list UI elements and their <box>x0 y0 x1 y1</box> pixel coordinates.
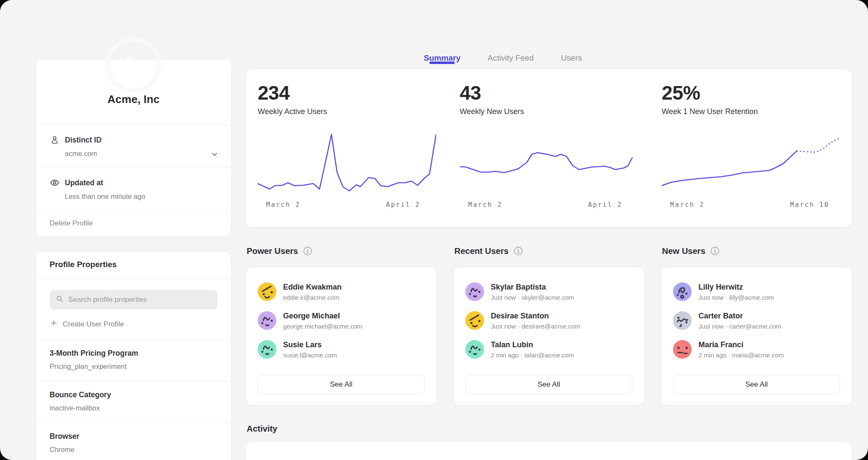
tabs: SummaryActivity FeedUsers <box>246 37 852 69</box>
sparkline-chart <box>460 131 638 194</box>
identity-label: Updated at <box>65 178 145 187</box>
user-row-eddie-kwakman[interactable]: Eddie Kwakmaneddie.k@acme.com <box>258 281 425 303</box>
company-avatar: Ac <box>106 37 161 92</box>
stat-value: 234 <box>258 83 436 103</box>
user-row-desirae-stanton[interactable]: Desirae StantonJust now · desirare@acme.… <box>465 309 632 332</box>
chevron-down-icon[interactable] <box>210 150 219 159</box>
info-icon[interactable] <box>303 246 312 256</box>
stat-value: 43 <box>460 83 638 103</box>
user-avatar <box>465 311 484 330</box>
spark-chart-area: March 2March 10 <box>662 131 840 210</box>
user-avatar <box>465 340 484 359</box>
see-all-button[interactable]: See All <box>258 375 425 394</box>
user-name: Skylar Baptista <box>491 283 574 292</box>
user-name: Carter Bator <box>698 312 781 321</box>
user-avatar <box>465 282 484 301</box>
user-list-card: Skylar BaptistaJust now · skyler@acme.co… <box>453 267 644 405</box>
user-row-skylar-baptista[interactable]: Skylar BaptistaJust now · skyler@acme.co… <box>465 281 632 303</box>
sparkline-chart <box>662 131 840 194</box>
x-tick-start: March 2 <box>468 201 503 209</box>
tab-activity-feed[interactable]: Activity Feed <box>487 37 535 69</box>
stat-weekly-active-users: 234Weekly Active UsersMarch 2April 2 <box>246 83 448 210</box>
summary-card: 234Weekly Active UsersMarch 2April 243We… <box>246 69 852 227</box>
plus-icon <box>50 319 58 329</box>
spark-chart-area: March 2April 2 <box>258 131 436 210</box>
user-row-lilly-herwitz[interactable]: Lilly HerwitzJust now · lilly@acme.com <box>673 281 840 303</box>
identity-row-updated-at: Updated atLess than one minute ago <box>36 168 231 211</box>
delete-profile-button[interactable]: Delete Profile <box>36 211 231 237</box>
user-avatar <box>673 282 692 301</box>
user-subtext: 2 min ago · maria@acme.com <box>698 351 784 359</box>
section-title: Recent Users <box>454 246 509 256</box>
user-row-susie-lars[interactable]: Susie Larssusie.l@acme.com <box>258 338 425 360</box>
user-avatar <box>258 340 276 359</box>
main-content: SummaryActivity FeedUsers 234Weekly Acti… <box>246 37 852 460</box>
person-icon <box>50 135 60 145</box>
activity-title: Activity <box>247 424 852 434</box>
x-tick-end: April 2 <box>588 201 623 209</box>
activity-stat-value: 240 <box>448 457 650 460</box>
property-name: Browser <box>50 432 217 441</box>
identity-value: acme.com <box>65 150 102 158</box>
tab-label: Summary <box>424 53 461 62</box>
tab-label: Activity Feed <box>488 53 534 62</box>
user-avatar <box>673 340 692 359</box>
user-name: George Michael <box>283 312 362 321</box>
property-value: Pricing_plan_experiment <box>50 362 217 371</box>
user-subtext: eddie.k@acme.com <box>283 294 342 301</box>
user-row-george-michael[interactable]: George Michaelgeorge.michael@acme.com <box>258 309 425 332</box>
section-title: Power Users <box>247 246 298 256</box>
section-title: New Users <box>662 246 705 256</box>
stat-week-1-new-user-retention: 25%Week 1 New User RetentionMarch 2March… <box>650 83 852 210</box>
see-all-button[interactable]: See All <box>673 375 840 394</box>
identity-value: Less than one minute ago <box>65 192 145 201</box>
user-name: Maria Franci <box>698 340 784 349</box>
profile-properties-card: Profile Properties Create User Profile 3… <box>36 252 231 460</box>
section-power-users: Power UsersEddie Kwakmaneddie.k@acme.com… <box>246 244 437 405</box>
profile-properties-list: 3-Month Pricing ProgramPricing_plan_expe… <box>36 339 231 460</box>
identity-label: Distinct ID <box>65 135 102 145</box>
section-new-users: New UsersLilly HerwitzJust now · lilly@a… <box>661 244 852 405</box>
user-name: Talan Lubin <box>491 340 574 349</box>
section-recent-users: Recent UsersSkylar BaptistaJust now · sk… <box>453 244 644 405</box>
user-subtext: Just now · carter@acme.com <box>698 323 781 330</box>
property-name: Bounce Category <box>50 390 217 399</box>
x-tick-end: April 2 <box>386 201 420 209</box>
spark-chart-area: March 2April 2 <box>460 131 638 210</box>
info-icon[interactable] <box>710 246 720 256</box>
user-row-carter-bator[interactable]: Carter BatorJust now · carter@acme.com <box>673 309 840 332</box>
identity-rows: Distinct IDacme.comUpdated atLess than o… <box>36 125 231 211</box>
active-tab-indicator <box>429 61 455 64</box>
profile-properties-title: Profile Properties <box>36 252 231 278</box>
user-subtext: 2 min ago · talan@acme.com <box>491 351 574 359</box>
user-row-maria-franci[interactable]: Maria Franci2 min ago · maria@acme.com <box>673 338 840 360</box>
user-avatar <box>673 311 692 330</box>
user-avatar <box>258 311 276 330</box>
user-subtext: Just now · desirare@acme.com <box>491 323 580 330</box>
x-tick-start: March 2 <box>266 201 300 209</box>
eye-icon <box>50 178 60 188</box>
tab-users[interactable]: Users <box>560 37 583 69</box>
activity-stat-value: 3.4k <box>650 457 852 460</box>
stat-label: Week 1 New User Retention <box>662 107 840 116</box>
user-subtext: Just now · skyler@acme.com <box>491 294 574 301</box>
sparkline-chart <box>258 131 436 194</box>
sidebar: Ac Acme, Inc Distinct IDacme.comUpdated … <box>36 37 231 460</box>
user-avatar <box>258 282 276 301</box>
x-tick-start: March 2 <box>670 201 704 209</box>
search-input[interactable] <box>68 296 212 304</box>
user-name: Lilly Herwitz <box>698 283 774 292</box>
property-row-browser: BrowserChrome <box>36 422 231 460</box>
tab-label: Users <box>561 53 582 62</box>
info-icon[interactable] <box>514 246 523 256</box>
tab-summary[interactable]: Summary <box>423 37 462 69</box>
create-user-profile-button[interactable]: Create User Profile <box>50 319 217 329</box>
create-user-profile-label: Create User Profile <box>63 320 124 329</box>
activity-card: 2342403.4k <box>246 442 852 460</box>
user-list-card: Eddie Kwakmaneddie.k@acme.comGeorge Mich… <box>246 267 437 405</box>
identity-row-distinct-id: Distinct IDacme.com <box>36 125 231 168</box>
property-row-bounce-category: Bounce Categoryinactive-mailbox <box>36 381 231 422</box>
see-all-button[interactable]: See All <box>465 375 632 394</box>
user-name: Eddie Kwakman <box>283 283 342 292</box>
user-row-talan-lubin[interactable]: Talan Lubin2 min ago · talan@acme.com <box>465 338 632 360</box>
